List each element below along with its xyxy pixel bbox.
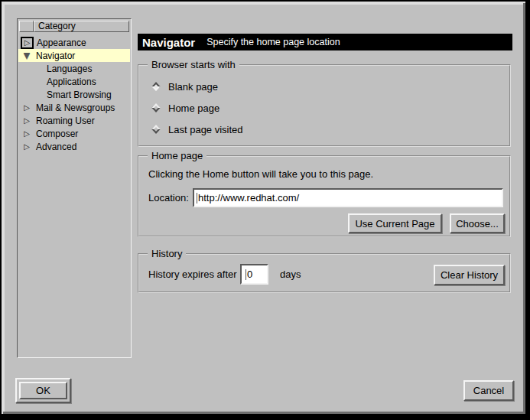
tree-header-category[interactable]: Category <box>34 21 129 32</box>
ok-button[interactable]: OK <box>19 382 67 399</box>
location-value: http://www.redhat.com/ <box>198 192 299 203</box>
home-page-description: Clicking the Home button will take you t… <box>148 168 373 180</box>
tree-item-mail-newsgroups[interactable]: ▷ Mail & Newsgroups <box>18 101 130 114</box>
window-border-top <box>0 0 530 2</box>
tree-item-label: Advanced <box>33 142 76 152</box>
tree-item-appearance[interactable]: ▷ Appearance <box>18 36 130 49</box>
location-input[interactable]: http://www.redhat.com/ <box>193 188 503 207</box>
tree-item-advanced[interactable]: ▷ Advanced <box>18 140 130 153</box>
panel-title-bar: Navigator Specify the home page location <box>138 34 512 50</box>
tree-item-label: Roaming User <box>33 116 95 126</box>
expander-collapsed-icon[interactable]: ▷ <box>21 115 33 126</box>
tree-item-label: Appearance <box>34 37 86 48</box>
radio-home-page[interactable]: Home page <box>150 101 219 115</box>
tree-item-label: Languages <box>18 63 92 74</box>
history-legend: History <box>148 248 186 259</box>
text-caret <box>245 269 246 280</box>
radio-blank-page[interactable]: Blank page <box>150 80 218 93</box>
tree-header-spacer <box>19 21 34 32</box>
days-label: days <box>280 269 301 280</box>
radio-label: Blank page <box>162 81 218 93</box>
browser-starts-group: Browser starts with Blank page Home page… <box>138 64 511 147</box>
tree-item-languages[interactable]: Languages <box>18 62 130 75</box>
tree-item-composer[interactable]: ▷ Composer <box>18 127 130 140</box>
tree-item-label: Navigator <box>33 50 75 61</box>
window-border-bottom <box>0 414 530 420</box>
browser-starts-legend: Browser starts with <box>148 59 239 70</box>
tree-item-label: Composer <box>33 129 78 139</box>
preferences-dialog: Category ▷ Appearance ▼ Navigator Langua… <box>0 0 530 420</box>
ok-default-frame: OK <box>15 378 71 403</box>
window-bevel-left <box>2 2 5 414</box>
choose-button[interactable]: Choose... <box>450 213 505 233</box>
window-border-right <box>525 0 530 420</box>
history-expires-label: History expires after <box>148 269 237 280</box>
history-expires-input[interactable]: 0 <box>240 264 268 285</box>
tree-rows: ▷ Appearance ▼ Navigator Languages Appli… <box>18 36 130 153</box>
category-tree-panel: Category ▷ Appearance ▼ Navigator Langua… <box>17 18 132 358</box>
radio-last-page-visited[interactable]: Last page visited <box>150 122 243 136</box>
radio-diamond-icon <box>151 125 160 133</box>
history-expires-value: 0 <box>247 269 252 280</box>
home-page-legend: Home page <box>148 150 206 161</box>
tree-item-roaming-user[interactable]: ▷ Roaming User <box>18 114 130 127</box>
tree-item-label: Smart Browsing <box>18 90 112 100</box>
expander-collapsed-icon[interactable]: ▷ <box>21 37 34 49</box>
expander-collapsed-icon[interactable]: ▷ <box>21 102 33 113</box>
radio-diamond-checked-icon <box>151 82 160 90</box>
radio-diamond-icon <box>151 103 160 112</box>
use-current-page-button[interactable]: Use Current Page <box>348 213 442 233</box>
radio-label: Last page visited <box>162 124 243 135</box>
home-page-group: Home page Clicking the Home button will … <box>138 155 511 237</box>
location-label: Location: <box>148 192 189 203</box>
tree-item-label: Mail & Newsgroups <box>33 103 115 113</box>
history-group: History History expires after 0 days Cle… <box>138 253 511 293</box>
window-bevel-top <box>2 2 527 5</box>
tree-item-navigator[interactable]: ▼ Navigator <box>18 49 130 62</box>
panel-title: Navigator <box>142 36 195 49</box>
text-caret <box>197 193 197 203</box>
expander-collapsed-icon[interactable]: ▷ <box>21 141 33 152</box>
clear-history-button[interactable]: Clear History <box>434 265 505 285</box>
expander-collapsed-icon[interactable]: ▷ <box>21 128 33 139</box>
tree-item-applications[interactable]: Applications <box>18 75 130 88</box>
window-border-left <box>0 0 2 420</box>
radio-label: Home page <box>162 103 219 114</box>
expander-expanded-icon[interactable]: ▼ <box>21 50 33 61</box>
tree-item-label: Applications <box>18 77 96 87</box>
panel-subtitle: Specify the home page location <box>206 37 340 47</box>
tree-item-smart-browsing[interactable]: Smart Browsing <box>18 88 130 101</box>
cancel-button[interactable]: Cancel <box>463 380 514 401</box>
